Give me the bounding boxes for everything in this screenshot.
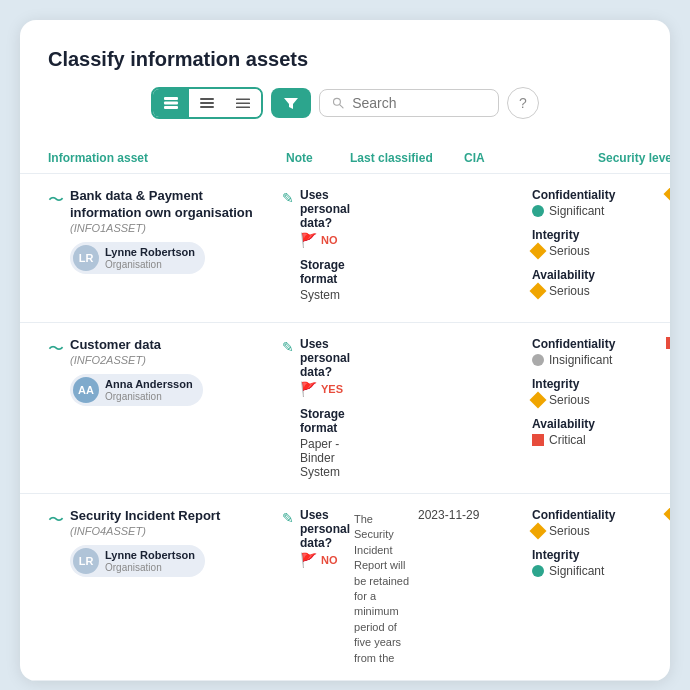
asset-name-2: Customer data [70,337,161,354]
cia-confidentiality-1: Confidentiality Significant [532,188,662,218]
personal-icon-2: 🚩 [300,381,317,397]
view-btn-detailed[interactable] [153,89,189,117]
owner-name-3: Lynne Robertson [105,549,195,562]
detail-col-3: ✎ Uses personal data? 🚩 NO [282,508,350,578]
search-icon [332,96,344,110]
th-last-classified: Last classified [350,151,460,165]
personal-data-row-2: 🚩 YES [300,381,350,397]
personal-data-row-3: 🚩 NO [300,552,350,568]
owner-name-1: Lynne Robertson [105,246,195,259]
cia-col-1: Confidentiality Significant Integrity Se… [532,188,662,308]
th-security-level: Security level [598,151,670,165]
last-classified-col-3: 2023-11-29 [418,508,528,522]
detail-col-1: ✎ Uses personal data? 🚩 NO Storage forma… [282,188,350,302]
page-title: Classify information assets [48,48,642,71]
cia-integrity-3: Integrity Significant [532,548,662,578]
th-asset: Information asset [48,151,278,165]
th-cia: CIA [464,151,594,165]
cia-integrity-1: Integrity Serious [532,228,662,258]
table-row: 〜 Security Incident Report (INFO4ASSET) … [20,494,670,681]
cia-square-1 [532,434,544,446]
storage-val-2: Paper - Binder System [300,437,350,479]
personal-data-row-1: 🚩 NO [300,232,350,248]
personal-icon-1: 🚩 [300,232,317,248]
cia-circle-2 [532,354,544,366]
asset-name-row-1: 〜 Bank data & Payment information own or… [48,188,278,234]
edit-icon-1[interactable]: ✎ [282,190,294,206]
security-col-1: Level [666,188,670,206]
asset-name-1: Bank data & Payment information own orga… [70,188,278,222]
cia-circle-3 [532,565,544,577]
storage-label-1: Storage format [300,258,350,286]
cia-diamond-2 [530,283,547,300]
svg-point-9 [334,98,341,105]
cia-col-3: Confidentiality Serious Integrity Signif… [532,508,662,588]
detail-col-2: ✎ Uses personal data? 🚩 YES Storage form… [282,337,350,479]
svg-rect-2 [164,106,178,109]
owner-badge-3: LR Lynne Robertson Organisation [70,545,205,577]
personal-data-label-2: Uses personal data? [300,337,350,379]
personal-flag-3: NO [321,554,338,566]
help-button[interactable]: ? [507,87,539,119]
view-toggle [151,87,263,119]
svg-rect-7 [236,103,250,105]
view-btn-minimal[interactable] [225,89,261,117]
owner-badge-1: LR Lynne Robertson Organisation [70,242,205,274]
table-row: 〜 Customer data (INFO2ASSET) AA Anna And… [20,323,670,494]
personal-data-label-3: Uses personal data? [300,508,350,550]
avatar-3: LR [73,548,99,574]
table-header: Information asset Note Last classified C… [20,143,670,174]
asset-name-3: Security Incident Report [70,508,220,525]
table-row: 〜 Bank data & Payment information own or… [20,174,670,323]
note-col-3: The Security Incident Report will be ret… [354,508,414,666]
th-note: Note [286,151,346,165]
asset-name-row-3: 〜 Security Incident Report (INFO4ASSET) [48,508,278,537]
cia-confidentiality-2: Confidentiality Insignificant [532,337,662,367]
toolbar: ? [48,87,642,119]
owner-org-3: Organisation [105,562,195,573]
asset-id-1: (INFO1ASSET) [70,222,278,234]
svg-rect-6 [236,99,250,101]
security-square-1 [666,337,670,349]
personal-icon-3: 🚩 [300,552,317,568]
view-btn-compact[interactable] [189,89,225,117]
cia-availability-1: Availability Serious [532,268,662,298]
svg-rect-0 [164,97,178,100]
wave-icon-3: 〜 [48,510,64,531]
storage-val-1: System [300,288,350,302]
wave-icon-1: 〜 [48,190,64,211]
security-col-2: Level [666,337,670,355]
search-input[interactable] [352,95,486,111]
personal-flag-2: YES [321,383,343,395]
security-diamond-3 [664,506,670,523]
svg-rect-4 [200,102,214,104]
security-col-3: Level [666,508,670,526]
personal-flag-1: NO [321,234,338,246]
storage-label-2: Storage format [300,407,350,435]
svg-rect-1 [164,102,178,105]
cia-diamond-1 [530,243,547,260]
svg-rect-8 [236,107,250,109]
security-diamond-1 [664,186,670,203]
asset-name-row-2: 〜 Customer data (INFO2ASSET) [48,337,278,366]
cia-circle-1 [532,205,544,217]
filter-button[interactable] [271,88,311,118]
cia-diamond-4 [530,523,547,540]
personal-data-label-1: Uses personal data? [300,188,350,230]
card-header: Classify information assets ? [20,48,670,143]
avatar-2: AA [73,377,99,403]
edit-icon-3[interactable]: ✎ [282,510,294,526]
search-box [319,89,499,117]
cia-col-2: Confidentiality Insignificant Integrity … [532,337,662,457]
svg-rect-3 [200,98,214,100]
asset-info-2: 〜 Customer data (INFO2ASSET) AA Anna And… [48,337,278,406]
edit-icon-2[interactable]: ✎ [282,339,294,355]
cia-integrity-2: Integrity Serious [532,377,662,407]
svg-rect-5 [200,106,214,108]
owner-org-1: Organisation [105,259,195,270]
cia-confidentiality-3: Confidentiality Serious [532,508,662,538]
note-text-3: The Security Incident Report will be ret… [354,512,414,666]
avatar-1: LR [73,245,99,271]
owner-org-2: Organisation [105,391,193,402]
main-card: Classify information assets ? [20,20,670,681]
